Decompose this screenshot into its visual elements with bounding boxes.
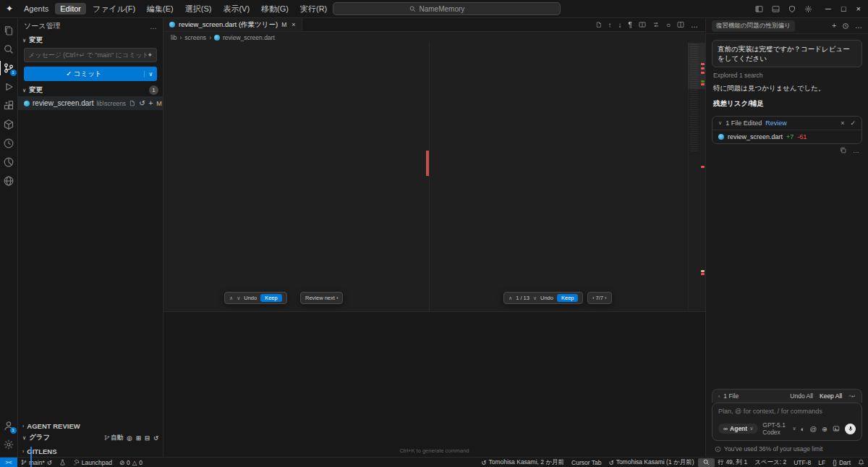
command-center-input[interactable] <box>420 5 485 13</box>
model-selector[interactable]: GPT-5.1 Codex ∨ <box>762 421 796 436</box>
cursor-position-status[interactable]: 行 49, 列 1 <box>715 458 752 467</box>
review-link[interactable]: Review <box>765 119 787 127</box>
commit-dropdown-icon[interactable]: ∨ <box>144 71 157 77</box>
menu-item-g[interactable]: 移動(G) <box>256 2 294 16</box>
menu-item-v[interactable]: 表示(V) <box>218 2 255 16</box>
review-next-button[interactable]: Review next › <box>305 295 338 301</box>
inline-view-icon[interactable] <box>639 21 646 28</box>
copy-icon[interactable] <box>840 147 846 154</box>
previous-change-icon[interactable]: ↑ <box>608 21 612 29</box>
account-icon[interactable]: 1 <box>0 416 18 435</box>
search-icon[interactable] <box>0 40 18 59</box>
extensions-icon[interactable] <box>0 96 18 115</box>
more-actions-icon[interactable]: … <box>855 22 862 30</box>
stage-changes-icon[interactable]: + <box>149 99 153 107</box>
more-actions-icon[interactable]: … <box>691 21 698 29</box>
keep-button[interactable]: Keep <box>260 294 282 302</box>
changes-section[interactable]: ∨ 変更 1 <box>18 84 163 96</box>
menu-item-editor[interactable]: Editor <box>55 3 86 14</box>
package-icon[interactable] <box>0 115 18 134</box>
agent-review-section[interactable]: › AGENT REVIEW <box>18 421 163 432</box>
shield-icon[interactable] <box>788 5 796 13</box>
menu-item-agents[interactable]: Agents <box>19 3 54 14</box>
history-circle-icon[interactable] <box>0 134 18 153</box>
minimize-button[interactable]: ─ <box>825 4 831 13</box>
commit-button[interactable]: ✓ コミット ∨ <box>24 67 157 81</box>
whitespace-icon[interactable]: ¶ <box>629 21 632 29</box>
graph-columns-icon[interactable]: ⊞ <box>136 434 141 442</box>
sync-icon[interactable]: ↺ <box>47 459 52 466</box>
accept-icon[interactable]: ✓ <box>850 119 856 127</box>
next-change-icon[interactable]: ↓ <box>618 21 622 29</box>
open-file-icon[interactable] <box>129 100 135 106</box>
blame-right-status[interactable]: ↺Tomohisa Kasami (1 か月前) <box>605 458 698 467</box>
blame-left-status[interactable]: ↺Tomohisa Kasami, 2 か月前 <box>477 458 568 467</box>
graph-section[interactable]: ∨ グラフ 自動 ◎ ⊞ ⊟ ↺ <box>18 432 163 444</box>
open-changes-icon[interactable] <box>595 21 602 28</box>
menu-item-s[interactable]: 選択(S) <box>180 2 217 16</box>
keep-all-button[interactable]: Keep All <box>820 392 842 400</box>
refresh-icon[interactable]: ↺ <box>153 434 158 442</box>
branch-status[interactable]: main* ↺ <box>17 459 56 466</box>
more-actions-icon[interactable]: … <box>853 147 859 154</box>
diff-original-pane[interactable] <box>163 43 430 311</box>
menu-item-e[interactable]: 編集(E) <box>142 2 179 16</box>
prev-diff-icon[interactable]: ∧ <box>509 295 512 301</box>
settings-gear-icon[interactable] <box>804 5 812 13</box>
layout-panel-icon[interactable] <box>772 5 780 13</box>
swap-sides-icon[interactable] <box>652 21 660 28</box>
settings-gear-icon[interactable] <box>0 435 18 454</box>
pie-chart-icon[interactable] <box>0 153 18 172</box>
more-actions-icon[interactable]: … <box>150 22 157 30</box>
graph-target-icon[interactable]: ◎ <box>127 434 132 442</box>
run-debug-icon[interactable] <box>0 77 18 96</box>
discard-changes-icon[interactable]: ↺ <box>139 99 145 107</box>
command-center[interactable] <box>333 2 561 15</box>
chat-messages[interactable]: 直前の実装は完璧ですか？コードレビューをしてください Explored 1 se… <box>706 34 868 389</box>
launchpad-status[interactable]: Launchpad <box>69 459 116 466</box>
changed-file-row[interactable]: review_screen.dart lib\screens ↺ + M <box>18 96 163 110</box>
search-status-button[interactable] <box>698 458 715 467</box>
beaker-icon[interactable] <box>56 459 69 466</box>
layout-sidebar-icon[interactable] <box>755 5 763 13</box>
menu-item-r[interactable]: 実行(R) <box>295 2 332 16</box>
prev-diff-icon[interactable]: ∧ <box>229 295 233 301</box>
close-button[interactable]: × <box>856 4 861 13</box>
cursor-tab-status[interactable]: Cursor Tab <box>568 459 605 466</box>
globe-icon[interactable] <box>0 172 18 190</box>
menu-item-f[interactable]: ファイル(F) <box>88 2 140 16</box>
attach-icon[interactable]: ⊕ <box>822 425 827 433</box>
diff-modified-pane[interactable] <box>430 43 705 311</box>
source-control-icon[interactable]: 1 <box>0 59 18 77</box>
chat-tab[interactable]: 復習機能の問題の性別偏り <box>712 20 795 32</box>
chevron-right-icon[interactable]: › <box>718 394 720 399</box>
problems-status[interactable]: ⊘0 △0 <box>116 459 146 466</box>
gitlens-section[interactable]: › GITLENS <box>18 446 163 457</box>
mention-icon[interactable]: @ <box>809 425 817 433</box>
next-diff-icon[interactable]: ∨ <box>237 295 240 301</box>
breadcrumb[interactable]: lib› screens› review_screen.dart <box>163 32 705 43</box>
edited-file-row[interactable]: review_screen.dart +7 -61 <box>712 130 861 143</box>
editor-tab[interactable]: review_screen.dart (作業ツリー) M × <box>163 18 302 31</box>
graph-compare-icon[interactable]: ⊟ <box>145 434 150 442</box>
reject-icon[interactable]: × <box>841 119 844 127</box>
agent-mode-selector[interactable]: ∞ Agent ∨ <box>718 424 758 434</box>
indentation-status[interactable]: スペース: 2 <box>751 458 790 467</box>
chevron-down-icon[interactable]: ∨ <box>718 120 722 126</box>
branch-auto-toggle[interactable]: 自動 <box>104 434 123 442</box>
maximize-button[interactable]: □ <box>841 4 846 13</box>
notifications-bell-icon[interactable] <box>854 459 868 466</box>
file-nav-counter[interactable]: ‹ 7/7 › <box>592 295 607 301</box>
minimap-slider[interactable] <box>688 43 705 89</box>
encoding-status[interactable]: UTF-8 <box>790 459 814 466</box>
undo-button[interactable]: Undo <box>244 295 257 301</box>
voice-input-button[interactable] <box>845 424 856 434</box>
keep-button[interactable]: Keep <box>557 294 579 302</box>
undo-button[interactable]: Undo <box>540 295 553 301</box>
tab-close-icon[interactable]: × <box>292 21 295 28</box>
chat-input-box[interactable]: Plan, @ for context, / for commands ∞ Ag… <box>712 403 862 441</box>
explorer-icon[interactable] <box>0 21 18 40</box>
commit-message-input[interactable] <box>28 51 147 59</box>
next-diff-icon[interactable]: ∨ <box>533 295 537 301</box>
generate-commit-message-icon[interactable]: ✦ <box>147 51 153 59</box>
